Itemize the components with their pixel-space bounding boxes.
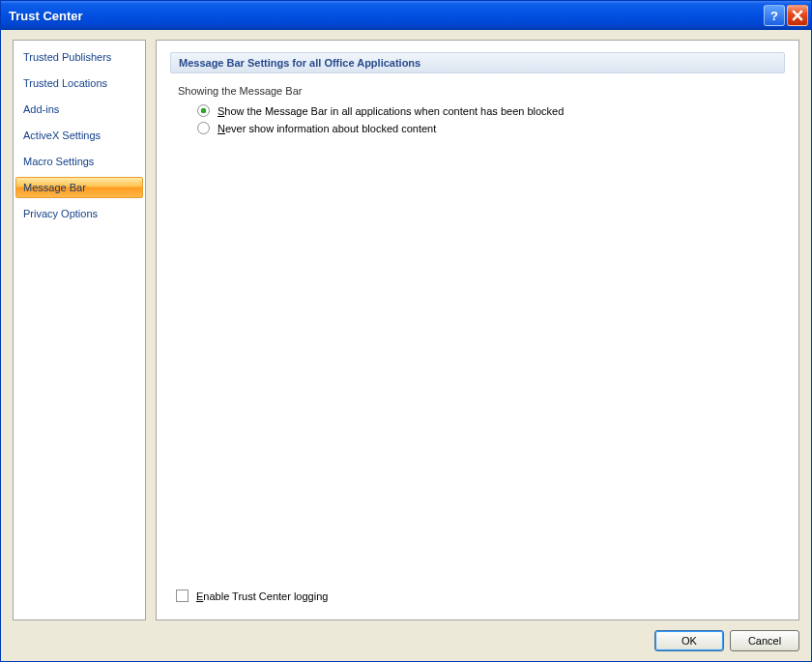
sidebar-item-label: Macro Settings	[23, 156, 94, 167]
client-area: Trusted Publishers Trusted Locations Add…	[1, 30, 811, 661]
dialog-buttons: OK Cancel	[13, 620, 799, 651]
sidebar-item-label: Trusted Locations	[23, 77, 107, 89]
window-title: Trust Center	[9, 9, 764, 23]
sidebar-item-label: Add-ins	[23, 103, 59, 115]
checkbox-label: Enable Trust Center logging	[196, 590, 328, 602]
radio-label: Show the Message Bar in all applications…	[218, 105, 564, 117]
sidebar-item-trusted-locations[interactable]: Trusted Locations	[15, 72, 143, 94]
sidebar-item-activex-settings[interactable]: ActiveX Settings	[15, 125, 143, 146]
content-row: Trusted Publishers Trusted Locations Add…	[13, 40, 799, 620]
sidebar-item-label: ActiveX Settings	[23, 130, 101, 141]
sidebar-item-label: Trusted Publishers	[23, 51, 111, 63]
radio-label: Never show information about blocked con…	[218, 123, 436, 134]
help-button[interactable]: ?	[764, 5, 785, 26]
radio-icon	[197, 122, 210, 134]
sidebar-item-trusted-publishers[interactable]: Trusted Publishers	[15, 46, 143, 68]
radio-icon	[197, 104, 210, 117]
section-header: Message Bar Settings for all Office Appl…	[170, 52, 785, 73]
sidebar-item-message-bar[interactable]: Message Bar	[15, 177, 143, 198]
spacer	[170, 139, 785, 590]
titlebar-buttons: ?	[764, 5, 808, 26]
sidebar-item-privacy-options[interactable]: Privacy Options	[15, 203, 143, 224]
cancel-button[interactable]: Cancel	[730, 630, 799, 651]
help-icon: ?	[770, 9, 778, 23]
radio-show-message-bar[interactable]: Show the Message Bar in all applications…	[197, 104, 785, 117]
trust-center-window: Trust Center ? Trusted Publishers Truste…	[0, 0, 812, 662]
main-panel: Message Bar Settings for all Office Appl…	[156, 40, 799, 620]
close-icon	[792, 10, 803, 21]
titlebar: Trust Center ?	[1, 1, 811, 30]
sidebar-item-label: Message Bar	[23, 182, 86, 193]
close-button[interactable]	[787, 5, 808, 26]
radio-never-show[interactable]: Never show information about blocked con…	[197, 122, 785, 134]
option-group-title: Showing the Message Bar	[178, 85, 785, 97]
checkbox-icon	[176, 590, 188, 602]
sidebar: Trusted Publishers Trusted Locations Add…	[13, 40, 146, 620]
sidebar-item-label: Privacy Options	[23, 208, 98, 219]
ok-button[interactable]: OK	[654, 630, 724, 651]
sidebar-item-add-ins[interactable]: Add-ins	[15, 99, 143, 120]
sidebar-item-macro-settings[interactable]: Macro Settings	[15, 151, 143, 172]
enable-logging-checkbox[interactable]: Enable Trust Center logging	[176, 590, 785, 602]
